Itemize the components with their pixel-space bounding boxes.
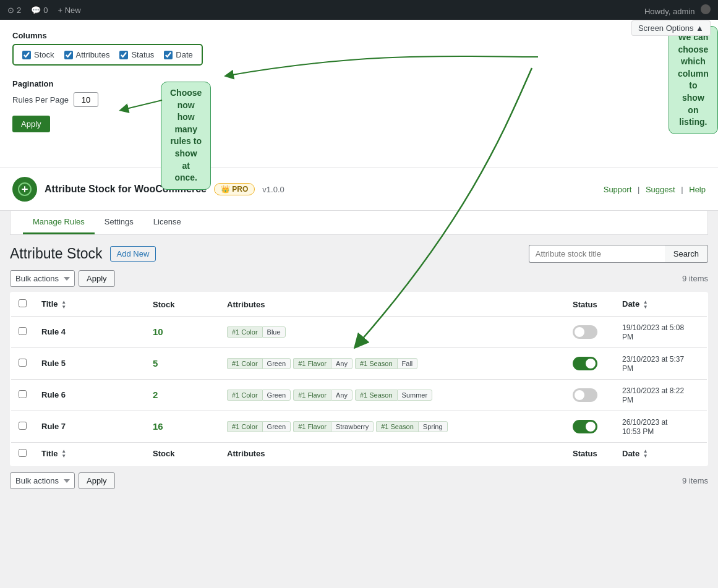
- tfoot-date[interactable]: Date ▲ ▼: [615, 442, 707, 466]
- tab-manage-rules[interactable]: Manage Rules: [23, 211, 95, 234]
- search-button[interactable]: Search: [665, 245, 708, 263]
- select-all-checkbox-bottom[interactable]: [19, 449, 27, 457]
- date-sort-arrows[interactable]: ▲ ▼: [643, 300, 648, 310]
- rule-title-rule5[interactable]: Rule 5: [41, 359, 66, 368]
- circle-icon: ⊙: [7, 6, 14, 15]
- status-toggle-rule4[interactable]: [573, 325, 597, 339]
- title-sort-arrows[interactable]: ▲ ▼: [61, 300, 66, 310]
- attr-tag-key: #1 Color: [227, 326, 262, 338]
- bottom-bulk-actions-select[interactable]: Bulk actions: [10, 472, 75, 489]
- top-bulk-actions-row: Bulk actions Apply 9 items: [10, 270, 708, 287]
- table-row: Rule 410#1 ColorBlue19/10/2023 at 5:08 P…: [11, 316, 707, 347]
- row-checkbox-rule5[interactable]: [19, 359, 27, 367]
- row-stock-cell: 16: [145, 411, 220, 442]
- status-toggle-rule5[interactable]: [573, 357, 597, 370]
- bottom-bulk-apply-button[interactable]: Apply: [79, 472, 115, 489]
- table-footer-row: Title ▲ ▼ Stock Attributes Status Date ▲…: [11, 442, 707, 466]
- suggest-link[interactable]: Suggest: [646, 185, 675, 194]
- table-row: Rule 62#1 ColorGreen#1 FlavorAny#1 Seaso…: [11, 379, 707, 411]
- rule-date-rule7: 26/10/2023 at 10:53 PM: [622, 418, 667, 436]
- top-bulk-actions-select[interactable]: Bulk actions: [10, 270, 75, 287]
- attr-tag-key: #1 Season: [376, 421, 418, 432]
- pagination-label: Pagination: [12, 79, 706, 88]
- rule-title-rule4[interactable]: Rule 4: [41, 327, 66, 336]
- toggle-slider: [573, 388, 597, 402]
- row-checkbox-rule6[interactable]: [19, 390, 27, 398]
- tab-settings[interactable]: Settings: [95, 211, 143, 234]
- rules-table: Title ▲ ▼ Stock Attributes Status Date ▲…: [10, 292, 708, 466]
- screen-options-toggle[interactable]: Screen Options ▲: [631, 20, 711, 36]
- pagination-row: Rules Per Page: [12, 92, 706, 107]
- admin-bar-comments[interactable]: 💬 0: [31, 6, 48, 15]
- row-checkbox-cell: [11, 347, 34, 379]
- row-checkbox-rule7[interactable]: [19, 422, 27, 430]
- date-checkbox[interactable]: [164, 51, 173, 59]
- plugin-header: Attribute Stock for WooCommerce 👑 PRO v1…: [0, 168, 718, 211]
- row-title-cell: Rule 5: [34, 347, 145, 379]
- attr-tag-key: #1 Season: [355, 390, 397, 401]
- admin-bar-notifications[interactable]: ⊙ 2: [7, 6, 21, 15]
- add-new-button[interactable]: Add New: [110, 246, 156, 262]
- tfoot-attributes: Attributes: [220, 442, 565, 466]
- attr-tag-key: #1 Color: [227, 358, 262, 369]
- row-title-cell: Rule 4: [34, 316, 145, 347]
- bottom-bulk-actions-row: Bulk actions Apply 9 items: [10, 472, 708, 489]
- avatar: [701, 4, 711, 14]
- rules-per-page-input[interactable]: [74, 92, 98, 107]
- help-link[interactable]: Help: [689, 185, 706, 194]
- th-title[interactable]: Title ▲ ▼: [34, 292, 145, 316]
- crown-icon: 👑: [221, 185, 230, 194]
- rule-title-rule6[interactable]: Rule 6: [41, 390, 66, 399]
- items-count-bottom: 9 items: [682, 476, 708, 485]
- plugin-links: Support | Suggest | Help: [604, 185, 706, 194]
- screen-options-bar: Screen Options ▲: [631, 23, 711, 33]
- support-link[interactable]: Support: [604, 185, 632, 194]
- status-checkbox[interactable]: [119, 51, 128, 59]
- th-date[interactable]: Date ▲ ▼: [615, 292, 707, 316]
- admin-bar-new[interactable]: + New: [58, 6, 80, 15]
- attr-tag-val: Summer: [397, 390, 433, 401]
- top-bulk-apply-button[interactable]: Apply: [79, 270, 115, 287]
- checkbox-attributes[interactable]: Attributes: [64, 50, 110, 59]
- screen-options-panel: Columns Stock Attributes Status Date Pag…: [0, 20, 718, 168]
- rule-stock-rule7: 16: [153, 421, 163, 432]
- attributes-checkbox[interactable]: [64, 51, 73, 59]
- checkbox-stock[interactable]: Stock: [22, 50, 54, 59]
- th-stock: Stock: [145, 292, 220, 316]
- attr-tag-group: #1 ColorGreen: [227, 390, 291, 401]
- attr-tag-val: Any: [331, 390, 353, 401]
- rule-title-rule7[interactable]: Rule 7: [41, 422, 66, 431]
- row-stock-cell: 10: [145, 316, 220, 347]
- row-checkbox-rule4[interactable]: [19, 327, 27, 335]
- rule-stock-rule4: 10: [153, 326, 163, 337]
- tfoot-date-sort[interactable]: ▲ ▼: [643, 449, 648, 459]
- checkbox-status[interactable]: Status: [119, 50, 154, 59]
- attr-tag-key: #1 Color: [227, 390, 262, 401]
- attr-tag-key: #1 Flavor: [293, 358, 331, 369]
- status-toggle-rule7[interactable]: [573, 420, 597, 433]
- select-all-checkbox[interactable]: [19, 299, 27, 307]
- th-status: Status: [565, 292, 615, 316]
- row-title-cell: Rule 6: [34, 379, 145, 411]
- stock-label: Stock: [34, 50, 54, 59]
- row-status-cell: [565, 379, 615, 411]
- checkbox-date[interactable]: Date: [164, 50, 192, 59]
- tfoot-title-sort[interactable]: ▲ ▼: [61, 449, 66, 459]
- attr-tag-val: Green: [262, 358, 291, 369]
- status-toggle-rule6[interactable]: [573, 388, 597, 402]
- attr-tag-group: #1 ColorBlue: [227, 326, 286, 338]
- attr-tag-key: #1 Flavor: [293, 421, 331, 432]
- th-attributes: Attributes: [220, 292, 565, 316]
- row-checkbox-cell: [11, 379, 34, 411]
- attr-tag-group: #1 FlavorAny: [293, 390, 353, 401]
- search-input[interactable]: [529, 245, 665, 263]
- table-row: Rule 55#1 ColorGreen#1 FlavorAny#1 Seaso…: [11, 347, 707, 379]
- tab-license[interactable]: License: [143, 211, 191, 234]
- table-body: Rule 410#1 ColorBlue19/10/2023 at 5:08 P…: [11, 316, 707, 442]
- stock-checkbox[interactable]: [22, 51, 31, 59]
- tfoot-title[interactable]: Title ▲ ▼: [34, 442, 145, 466]
- screen-options-apply-button[interactable]: Apply: [12, 116, 50, 132]
- attr-tag-group: #1 SeasonFall: [355, 358, 417, 369]
- search-box: Search: [529, 245, 708, 263]
- page-title: Attribute Stock: [10, 245, 103, 263]
